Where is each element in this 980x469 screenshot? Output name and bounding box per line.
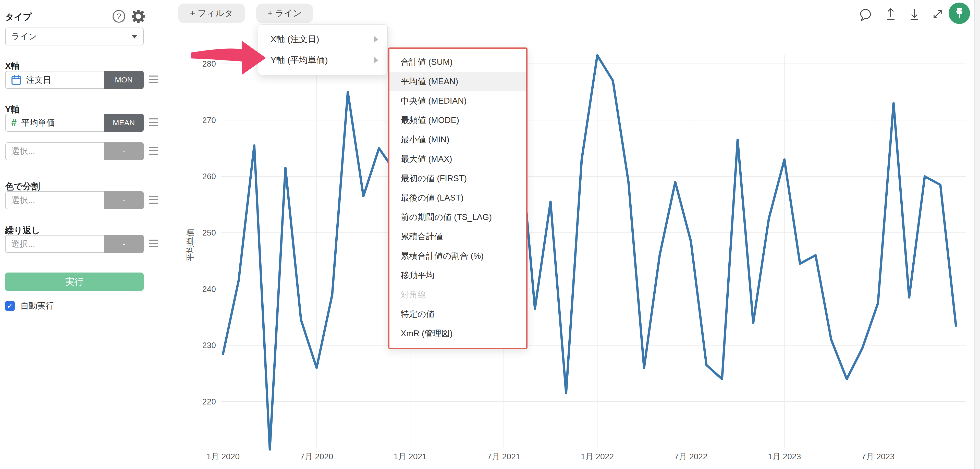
- x-tick-label: 7月 2021: [487, 452, 520, 461]
- aggregation-submenu: 合計値 (SUM)平均値 (MEAN)中央値 (MEDIAN)最頻値 (MODE…: [388, 48, 528, 349]
- download-icon[interactable]: [911, 9, 918, 19]
- aggregation-menu-item[interactable]: 合計値 (SUM): [390, 52, 526, 72]
- y-tick-label: 250: [202, 228, 216, 237]
- line-menu-item[interactable]: X軸 (注文日): [258, 29, 387, 50]
- y-axis-title: 平均単価: [186, 229, 195, 261]
- aggregation-menu-item[interactable]: 累積合計値: [390, 227, 526, 246]
- comment-icon[interactable]: [861, 10, 870, 21]
- aggregation-menu-item: 対角線: [390, 285, 526, 304]
- y-tick-label: 260: [202, 172, 216, 181]
- topbar-icons: [0, 0, 980, 31]
- aggregation-menu-item[interactable]: XmR (管理図): [390, 324, 526, 343]
- line-menu-item-label: Y軸 (平均単価): [270, 54, 328, 66]
- upload-icon[interactable]: [887, 9, 894, 19]
- x-tick-label: 1月 2022: [581, 452, 614, 461]
- x-tick-label: 7月 2020: [300, 452, 333, 461]
- aggregation-menu-item[interactable]: 最初の値 (FIRST): [390, 169, 526, 188]
- aggregation-menu-item[interactable]: 最小値 (MIN): [390, 130, 526, 149]
- y-tick-label: 230: [202, 341, 216, 350]
- aggregation-menu-item[interactable]: 最後の値 (LAST): [390, 188, 526, 207]
- aggregation-menu-item[interactable]: 最大値 (MAX): [390, 149, 526, 169]
- x-tick-label: 7月 2022: [674, 452, 708, 461]
- aggregation-menu-item[interactable]: 前の期間の値 (TS_LAG): [390, 207, 526, 227]
- y-tick-label: 220: [202, 397, 216, 406]
- x-tick-label: 1月 2021: [393, 452, 427, 461]
- line-menu-item-label: X軸 (注文日): [270, 33, 319, 45]
- data-line: [223, 56, 956, 450]
- aggregation-menu-item[interactable]: 特定の値: [390, 304, 526, 324]
- x-tick-label: 1月 2023: [768, 452, 801, 461]
- aggregation-menu-item[interactable]: 最頻値 (MODE): [390, 110, 526, 130]
- y-tick-label: 270: [202, 116, 216, 125]
- aggregation-menu-item[interactable]: 累積合計値の割合 (%): [390, 246, 526, 266]
- pin-icon[interactable]: [948, 3, 970, 24]
- aggregation-menu-item[interactable]: 平均値 (MEAN): [390, 72, 526, 91]
- expand-icon[interactable]: [934, 11, 941, 18]
- y-tick-label: 280: [202, 59, 216, 68]
- x-tick-label: 1月 2020: [207, 452, 240, 461]
- aggregation-menu-item[interactable]: 中央値 (MEDIAN): [390, 91, 526, 110]
- y-tick-label: 240: [202, 285, 216, 294]
- submenu-arrow-icon: [374, 57, 378, 64]
- line-menu-item[interactable]: Y軸 (平均単価): [258, 50, 387, 71]
- x-tick-label: 7月 2023: [861, 452, 894, 461]
- submenu-arrow-icon: [374, 36, 378, 43]
- line-menu: X軸 (注文日)Y軸 (平均単価): [258, 24, 388, 75]
- aggregation-menu-item[interactable]: 移動平均: [390, 266, 526, 285]
